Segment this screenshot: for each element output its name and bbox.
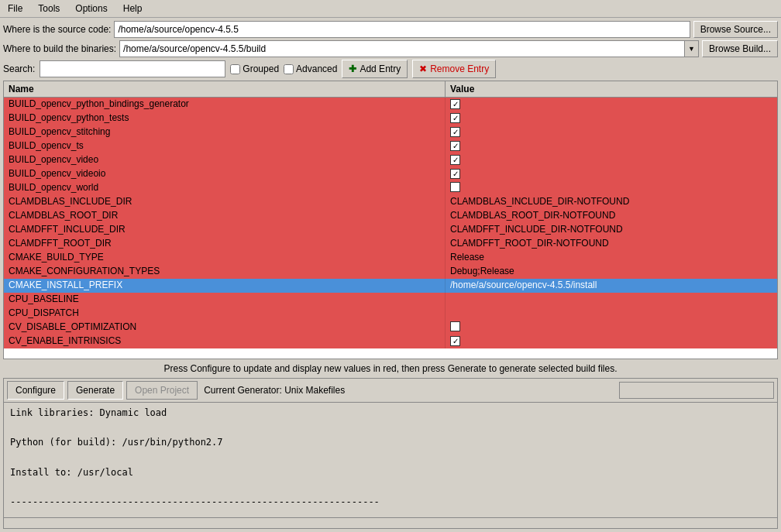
bottom-panel: Configure Generate Open Project Current …	[3, 378, 778, 529]
table-cell-name: BUILD_opencv_videoio	[4, 167, 446, 181]
table-cell-value	[446, 125, 777, 139]
source-input[interactable]	[114, 21, 690, 38]
x-icon: ✖	[419, 63, 427, 74]
build-select-wrapper: /home/a/source/opencv-4.5.5/build ▼	[119, 40, 699, 57]
table-row[interactable]: BUILD_opencv_ts	[4, 139, 777, 153]
table-cell-checkbox[interactable]	[450, 113, 460, 123]
table-cell-value	[446, 321, 777, 335]
advanced-checkbox[interactable]	[284, 64, 294, 74]
menu-options[interactable]: Options	[71, 2, 112, 15]
table-row[interactable]: CMAKE_BUILD_TYPERelease	[4, 251, 777, 265]
column-value: Value	[446, 81, 777, 97]
table-row[interactable]: CMAKE_CONFIGURATION_TYPESDebug;Release	[4, 265, 777, 279]
table-cell-value	[446, 139, 777, 153]
generator-label: Current Generator: Unix Makefiles	[204, 385, 345, 396]
table-cell-value: Debug;Release	[446, 265, 777, 279]
table-cell-name: BUILD_opencv_python_tests	[4, 112, 446, 125]
table-cell-name: BUILD_opencv_world	[4, 181, 446, 195]
remove-entry-label: Remove Entry	[430, 63, 489, 74]
table-cell-value	[446, 293, 777, 307]
table-row[interactable]: BUILD_opencv_videoio	[4, 167, 777, 181]
table-container: Name Value BUILD_opencv_python_bindings_…	[3, 81, 778, 359]
table-scroll[interactable]: BUILD_opencv_python_bindings_generatorBU…	[4, 98, 777, 359]
table-cell-checkbox[interactable]	[450, 141, 460, 151]
add-entry-button[interactable]: ✚ Add Entry	[342, 60, 408, 78]
table-cell-name: CLAMDBLAS_ROOT_DIR	[4, 209, 446, 223]
menu-tools[interactable]: Tools	[33, 2, 64, 15]
configure-button[interactable]: Configure	[7, 381, 64, 400]
build-path-text: /home/a/source/opencv-4.5.5/build	[120, 43, 684, 54]
table-row[interactable]: BUILD_opencv_stitching	[4, 125, 777, 139]
menubar: File Tools Options Help	[0, 0, 781, 18]
table-cell-value: CLAMDFFT_ROOT_DIR-NOTFOUND	[446, 237, 777, 251]
menu-help[interactable]: Help	[119, 2, 147, 15]
table-cell-name: CLAMDFFT_ROOT_DIR	[4, 237, 446, 251]
table-cell-name: CV_DISABLE_OPTIMIZATION	[4, 321, 446, 335]
table-cell-name: BUILD_opencv_video	[4, 153, 446, 167]
browse-build-button[interactable]: Browse Build...	[702, 40, 778, 57]
table-cell-value: CLAMDBLAS_INCLUDE_DIR-NOTFOUND	[446, 195, 777, 209]
source-label: Where is the source code:	[3, 24, 111, 35]
output-line: Python (for build): /usr/bin/python2.7	[10, 435, 771, 450]
table-cell-name: CLAMDFFT_INCLUDE_DIR	[4, 223, 446, 237]
remove-entry-button[interactable]: ✖ Remove Entry	[412, 60, 496, 78]
table-cell-name: CV_ENABLE_INTRINSICS	[4, 335, 446, 348]
output-line	[10, 451, 771, 465]
table-cell-name: BUILD_opencv_ts	[4, 139, 446, 153]
table-cell-value: Release	[446, 251, 777, 265]
table-cell-checkbox[interactable]	[450, 155, 460, 165]
output-line: Link libraries: Dynamic load	[10, 406, 771, 420]
grouped-checkbox[interactable]	[230, 64, 240, 74]
status-text: Press Configure to update and display ne…	[3, 362, 778, 376]
table-cell-value	[446, 112, 777, 125]
table-row[interactable]: BUILD_opencv_video	[4, 153, 777, 167]
table-cell-name: CPU_DISPATCH	[4, 307, 446, 321]
table-cell-checkbox[interactable]	[450, 169, 460, 179]
table-cell-name: CPU_BASELINE	[4, 293, 446, 307]
search-label: Search:	[3, 63, 35, 74]
table-cell-checkbox[interactable]	[450, 99, 460, 109]
table-cell-value: CLAMDBLAS_ROOT_DIR-NOTFOUND	[446, 209, 777, 223]
table-row[interactable]: CV_DISABLE_OPTIMIZATION	[4, 321, 777, 335]
h-scrollbar[interactable]	[4, 517, 777, 528]
table-cell-checkbox[interactable]	[450, 182, 460, 192]
menu-file[interactable]: File	[3, 2, 27, 15]
bottom-toolbar: Configure Generate Open Project Current …	[4, 379, 777, 403]
main-area: Where is the source code: Browse Source.…	[0, 18, 781, 532]
table-cell-checkbox[interactable]	[450, 321, 460, 331]
table-row[interactable]: BUILD_opencv_world	[4, 181, 777, 195]
bottom-output: Link libraries: Dynamic load Python (for…	[4, 403, 777, 517]
output-line: Install to: /usr/local	[10, 465, 771, 480]
table-row[interactable]: CPU_DISPATCH	[4, 307, 777, 321]
advanced-checkbox-group: Advanced	[284, 63, 337, 74]
search-input[interactable]	[40, 60, 225, 77]
table-row[interactable]: CPU_BASELINE	[4, 293, 777, 307]
table-row[interactable]: CLAMDBLAS_ROOT_DIRCLAMDBLAS_ROOT_DIR-NOT…	[4, 209, 777, 223]
table-header: Name Value	[4, 81, 777, 98]
table-cell-name: CMAKE_CONFIGURATION_TYPES	[4, 265, 446, 279]
plus-icon: ✚	[349, 63, 356, 74]
advanced-label: Advanced	[296, 63, 337, 74]
table-cell-checkbox[interactable]	[450, 336, 460, 346]
build-row: Where to build the binaries: /home/a/sou…	[3, 40, 778, 57]
table-row[interactable]: CV_ENABLE_INTRINSICS	[4, 335, 777, 348]
table-row[interactable]: BUILD_opencv_python_tests	[4, 112, 777, 125]
generator-input[interactable]	[619, 382, 774, 399]
table-cell-name: CLAMDBLAS_INCLUDE_DIR	[4, 195, 446, 209]
table-row[interactable]: CLAMDFFT_INCLUDE_DIRCLAMDFFT_INCLUDE_DIR…	[4, 223, 777, 237]
generate-button[interactable]: Generate	[67, 381, 123, 400]
table-cell-name: CMAKE_BUILD_TYPE	[4, 251, 446, 265]
output-line	[10, 480, 771, 495]
table-cell-name: CMAKE_INSTALL_PREFIX	[4, 279, 446, 293]
browse-source-button[interactable]: Browse Source...	[693, 21, 778, 38]
table-cell-value: /home/a/source/opencv-4.5.5/install	[446, 279, 777, 293]
table-row[interactable]: CLAMDBLAS_INCLUDE_DIRCLAMDBLAS_INCLUDE_D…	[4, 195, 777, 209]
open-project-button[interactable]: Open Project	[126, 381, 198, 400]
table-row[interactable]: CLAMDFFT_ROOT_DIRCLAMDFFT_ROOT_DIR-NOTFO…	[4, 237, 777, 251]
table-row[interactable]: BUILD_opencv_python_bindings_generator	[4, 98, 777, 112]
source-row: Where is the source code: Browse Source.…	[3, 21, 778, 38]
table-row[interactable]: CMAKE_INSTALL_PREFIX/home/a/source/openc…	[4, 279, 777, 293]
build-label: Where to build the binaries:	[3, 43, 116, 54]
table-cell-checkbox[interactable]	[450, 127, 460, 137]
build-select-arrow[interactable]: ▼	[684, 41, 698, 57]
